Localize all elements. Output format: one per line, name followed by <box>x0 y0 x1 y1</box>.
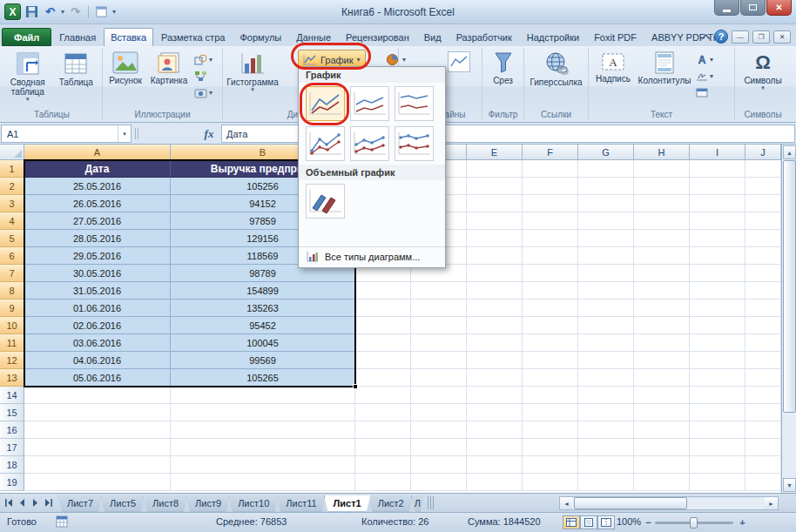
cell-D16[interactable] <box>411 421 467 439</box>
clipart-button[interactable]: Картинка <box>147 50 191 100</box>
redo-icon[interactable]: ↷ <box>68 4 83 19</box>
cell-H3[interactable] <box>634 195 690 212</box>
symbols-button[interactable]: Ω Символы ▾ <box>738 50 788 91</box>
cell-H9[interactable] <box>634 300 690 317</box>
cell-G2[interactable] <box>578 178 634 195</box>
cell-D14[interactable] <box>411 387 467 404</box>
tab-add-ins[interactable]: Надстройки <box>520 28 586 46</box>
cell-J3[interactable] <box>745 195 781 212</box>
cell-C15[interactable] <box>355 404 411 421</box>
tab-data[interactable]: Данные <box>289 28 338 46</box>
cell-H15[interactable] <box>634 404 690 421</box>
cell-C11[interactable] <box>355 334 411 352</box>
cell-G16[interactable] <box>578 421 634 439</box>
cell-E10[interactable] <box>467 317 523 334</box>
tab-home[interactable]: Главная <box>52 28 103 46</box>
cell-H8[interactable] <box>634 282 690 300</box>
cell-E18[interactable] <box>467 456 523 474</box>
cell-A7[interactable]: 30.05.2016 <box>24 265 171 282</box>
cell-E19[interactable] <box>467 474 523 491</box>
insert-function-button[interactable]: fx <box>199 125 219 142</box>
row-header-14[interactable]: 14 <box>0 387 24 404</box>
cell-E5[interactable] <box>467 230 523 247</box>
cell-F17[interactable] <box>523 439 578 456</box>
sheet-tab-list11[interactable]: Лист11 <box>276 495 326 512</box>
tab-file[interactable]: Файл <box>2 28 51 46</box>
cell-E12[interactable] <box>467 352 523 369</box>
cell-A13[interactable]: 05.06.2016 <box>24 369 171 387</box>
stacked-line-markers-chart-type-icon[interactable] <box>350 126 389 161</box>
row-header-7[interactable]: 7 <box>0 265 24 282</box>
cell-H17[interactable] <box>634 439 690 456</box>
cell-B13[interactable]: 105265 <box>171 369 355 387</box>
vertical-scrollbar[interactable]: ▲ ▼ <box>781 145 796 493</box>
cell-J12[interactable] <box>745 352 781 369</box>
cell-B15[interactable] <box>171 404 355 421</box>
horizontal-scroll-thumb[interactable] <box>574 497 687 509</box>
excel-logo-icon[interactable]: X <box>4 3 21 20</box>
cell-C17[interactable] <box>355 439 411 456</box>
cell-A12[interactable]: 04.06.2016 <box>24 352 171 369</box>
cell-E17[interactable] <box>467 439 523 456</box>
cell-I11[interactable] <box>690 334 745 352</box>
row-header-19[interactable]: 19 <box>0 474 24 491</box>
cell-G14[interactable] <box>578 387 634 404</box>
cell-J19[interactable] <box>745 474 781 491</box>
cell-G18[interactable] <box>578 456 634 474</box>
cell-I2[interactable] <box>690 178 745 195</box>
cell-I15[interactable] <box>690 404 745 421</box>
cell-C12[interactable] <box>355 352 411 369</box>
cell-D11[interactable] <box>411 334 467 352</box>
cell-I14[interactable] <box>690 387 745 404</box>
row-header-10[interactable]: 10 <box>0 317 24 334</box>
smartart-button[interactable] <box>192 69 214 84</box>
cell-J16[interactable] <box>745 421 781 439</box>
row-header-16[interactable]: 16 <box>0 421 24 439</box>
cell-G3[interactable] <box>578 195 634 212</box>
cell-F7[interactable] <box>523 265 578 282</box>
cell-G1[interactable] <box>578 160 634 178</box>
cell-A18[interactable] <box>24 456 171 474</box>
column-header-H[interactable]: H <box>634 145 690 160</box>
minimize-button[interactable] <box>714 0 739 16</box>
column-header-I[interactable]: I <box>690 145 745 160</box>
cell-E3[interactable] <box>467 195 523 212</box>
cell-B14[interactable] <box>171 387 355 404</box>
cell-D18[interactable] <box>411 456 467 474</box>
cell-D19[interactable] <box>411 474 467 491</box>
column-header-E[interactable]: E <box>467 145 523 160</box>
screenshot-button[interactable]: ▾ <box>192 85 214 100</box>
cell-C16[interactable] <box>355 421 411 439</box>
customize-qat-icon[interactable] <box>94 4 109 19</box>
row-header-5[interactable]: 5 <box>0 230 24 247</box>
row-header-4[interactable]: 4 <box>0 212 24 230</box>
cell-D8[interactable] <box>411 282 467 300</box>
cell-F12[interactable] <box>523 352 578 369</box>
cell-H11[interactable] <box>634 334 690 352</box>
cell-E7[interactable] <box>467 265 523 282</box>
tab-area-splitter[interactable] <box>428 496 435 509</box>
tab-formulas[interactable]: Формулы <box>233 28 288 46</box>
cell-I7[interactable] <box>690 265 745 282</box>
tab-developer[interactable]: Разработчик <box>449 28 519 46</box>
cell-J1[interactable] <box>745 160 781 178</box>
select-all-corner[interactable] <box>0 145 24 160</box>
cell-C18[interactable] <box>355 456 411 474</box>
object-button[interactable] <box>694 85 715 100</box>
cell-I4[interactable] <box>690 212 745 230</box>
cell-E16[interactable] <box>467 421 523 439</box>
cell-H14[interactable] <box>634 387 690 404</box>
cell-J9[interactable] <box>745 300 781 317</box>
stacked-line-chart-type-icon[interactable] <box>350 86 389 121</box>
zoom-out-icon[interactable]: − <box>643 516 654 528</box>
cell-H16[interactable] <box>634 421 690 439</box>
cell-A17[interactable] <box>24 439 171 456</box>
header-footer-button[interactable]: Колонтитулы <box>637 50 692 100</box>
row-header-2[interactable]: 2 <box>0 178 24 195</box>
cell-F9[interactable] <box>523 300 578 317</box>
undo-icon[interactable]: ↶ <box>43 4 57 19</box>
cell-J6[interactable] <box>745 247 781 265</box>
cell-C19[interactable] <box>355 474 411 491</box>
scroll-up-icon[interactable]: ▲ <box>783 145 796 159</box>
sheet-tab-list10[interactable]: Лист10 <box>228 495 279 512</box>
